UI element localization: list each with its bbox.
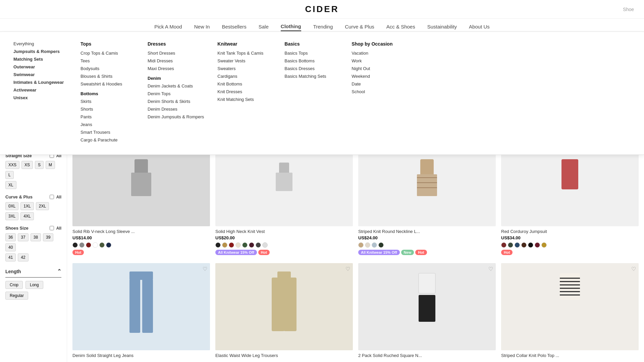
nav-item-pick-a-mood[interactable]: Pick A Mood [154,24,182,31]
dropdown-denim-shorts[interactable]: Denim Shorts & Skirts [148,99,204,104]
dropdown-intimates[interactable]: Intimates & Loungewear [13,80,67,85]
dropdown-basics-bottoms[interactable]: Basics Bottoms [284,58,338,63]
color-dot[interactable] [79,242,85,248]
dropdown-activewear[interactable]: Activewear [13,87,67,93]
nav-item-about-us[interactable]: About Us [469,24,490,31]
color-dot[interactable] [508,242,513,248]
search-text[interactable]: Shoe [623,7,634,12]
dropdown-midi-dresses[interactable]: Midi Dresses [148,58,204,63]
dropdown-denim-jackets[interactable]: Denim Jackets & Coats [148,83,204,88]
dropdown-school[interactable]: School [352,89,405,94]
size-0xl[interactable]: 0XL [5,202,18,210]
dropdown-sweaters[interactable]: Sweaters [217,66,271,71]
dropdown-jumpsuits[interactable]: Jumpsuits & Rompers [13,49,67,54]
dropdown-denim-jumpsuits[interactable]: Denim Jumpsuits & Rompers [148,114,204,119]
dropdown-date[interactable]: Date [352,81,405,86]
product-card-7[interactable]: ♡ 2 Pack Solid Ruched Square N... [358,263,496,362]
nav-item-trending[interactable]: Trending [313,24,333,31]
dropdown-knit-dresses[interactable]: Knit Dresses [217,89,271,94]
color-dot[interactable] [229,242,234,248]
dropdown-shorts[interactable]: Shorts [80,107,134,112]
length-regular[interactable]: Regular [5,292,28,300]
dropdown-work[interactable]: Work [352,58,405,63]
dropdown-cargo[interactable]: Cargo & Parachute [80,137,134,142]
size-2xl[interactable]: 2XL [36,202,49,210]
color-dot[interactable] [72,242,78,248]
dropdown-cardigans[interactable]: Cardigans [217,74,271,79]
size-41[interactable]: 41 [5,253,16,261]
size-39[interactable]: 39 [43,233,53,241]
dropdown-matching-sets[interactable]: Matching Sets [13,57,67,62]
product-card-5[interactable]: ♡ Denim Solid Straight Leg Jeans [72,263,210,362]
color-dot[interactable] [242,242,248,248]
color-dot[interactable] [378,242,384,248]
size-xs[interactable]: XS [21,161,33,169]
color-dot[interactable] [215,242,221,248]
color-dot[interactable] [106,242,111,248]
nav-item-new-in[interactable]: New In [194,24,210,31]
size-38[interactable]: 38 [31,233,41,241]
nav-item-clothing[interactable]: Clothing [281,23,301,31]
shoes-size-all[interactable]: All [50,226,61,231]
dropdown-crop-tops[interactable]: Crop Tops & Camis [80,51,134,56]
size-1xl[interactable]: 1XL [20,202,34,210]
size-40[interactable]: 40 [5,243,16,251]
color-dot[interactable] [256,242,261,248]
curve-plus-all[interactable]: All [50,195,61,199]
length-chevron-icon[interactable]: ⌃ [57,268,61,275]
color-dot[interactable] [235,242,241,248]
dropdown-maxi-dresses[interactable]: Maxi Dresses [148,66,204,71]
dropdown-unisex[interactable]: Unisex [13,95,67,100]
product-card-3[interactable]: ♡ Striped Knit Round Neckline L... US$24… [358,139,496,258]
nav-item-bestsellers[interactable]: Bestsellers [222,24,246,31]
dropdown-jeans[interactable]: Jeans [80,122,134,127]
dropdown-bodysuits[interactable]: Bodysuits [80,66,134,71]
color-dot[interactable] [86,242,91,248]
wishlist-button-8[interactable]: ♡ [631,266,636,272]
dropdown-vacation[interactable]: Vacation [352,51,405,56]
color-dot[interactable] [358,242,364,248]
nav-item-curve-plus[interactable]: Curve & Plus [345,24,374,31]
size-s[interactable]: S [35,161,44,169]
wishlist-button-5[interactable]: ♡ [203,266,207,272]
product-card-8[interactable]: ♡ Striped Collar Knit Polo Top ... [501,263,639,362]
dropdown-knit-bottoms[interactable]: Knit Bottoms [217,81,271,86]
dropdown-skirts[interactable]: Skirts [80,99,134,104]
product-card-4[interactable]: ♡ Red Corduroy Jumpsuit US$34.00 Ho [501,139,639,258]
size-m[interactable]: M [46,161,55,169]
size-37[interactable]: 37 [18,233,28,241]
size-xl[interactable]: XL [5,181,16,189]
size-4xl[interactable]: 4XL [20,212,34,220]
dropdown-outerwear[interactable]: Outerwear [13,64,67,69]
dropdown-knit-matching[interactable]: Knit Matching Sets [217,97,271,102]
length-crop[interactable]: Crop [5,281,23,289]
dropdown-knit-tank[interactable]: Knit Tank Tops & Camis [217,51,271,56]
size-l[interactable]: L [5,171,14,179]
color-dot[interactable] [222,242,227,248]
size-36[interactable]: 36 [5,233,16,241]
dropdown-smart-trousers[interactable]: Smart Trousers [80,130,134,135]
product-card-6[interactable]: ♡ Elastic Waist Wide Leg Trousers [215,263,353,362]
dropdown-night-out[interactable]: Night Out [352,66,405,71]
color-dot[interactable] [541,242,547,248]
nav-item-sale[interactable]: Sale [259,24,269,31]
color-dot[interactable] [535,242,540,248]
color-dot[interactable] [93,242,98,248]
size-42[interactable]: 42 [18,253,28,261]
dropdown-denim-dresses[interactable]: Denim Dresses [148,107,204,112]
dropdown-everything[interactable]: Everything [13,41,67,46]
dropdown-basics-dresses[interactable]: Basics Dresses [284,66,338,71]
shoes-size-all-checkbox[interactable] [50,226,54,230]
wishlist-button-7[interactable]: ♡ [488,266,493,272]
dropdown-sweatshirts[interactable]: Sweatshirt & Hoodies [80,81,134,86]
color-dot[interactable] [528,242,533,248]
dropdown-basics-tops[interactable]: Basics Tops [284,51,338,56]
product-card-2[interactable]: ♡ Solid High Neck Knit Vest US$20.00 [215,139,353,258]
nav-item-sustainability[interactable]: Sustainability [427,24,457,31]
dropdown-denim-tops[interactable]: Denim Tops [148,91,204,96]
wishlist-button-6[interactable]: ♡ [345,266,350,272]
color-dot[interactable] [501,242,506,248]
dropdown-basics-matching[interactable]: Basics Matching Sets [284,74,338,79]
color-dot[interactable] [515,242,520,248]
dropdown-tees[interactable]: Tees [80,58,134,63]
